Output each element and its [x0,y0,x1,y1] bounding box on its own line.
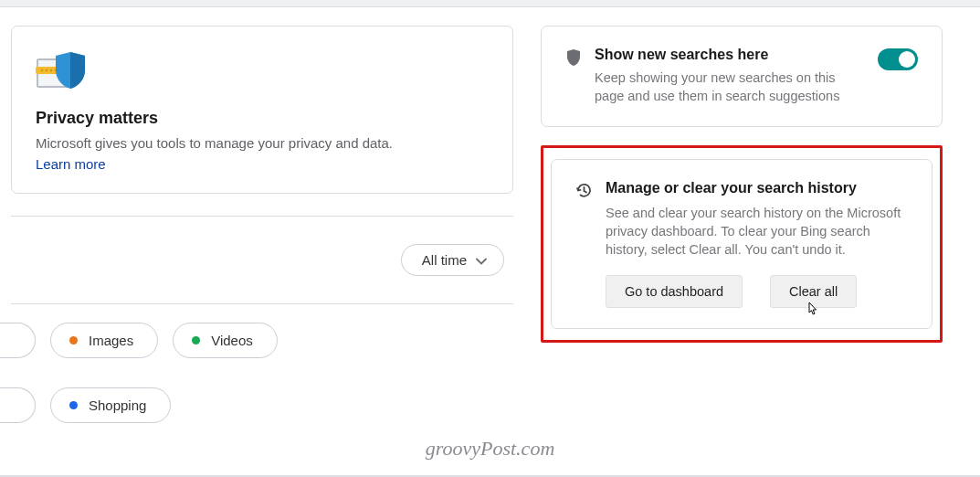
privacy-title: Privacy matters [36,109,489,128]
shield-icon [565,48,582,70]
svg-point-2 [41,69,44,72]
privacy-card: Privacy matters Microsoft gives you tool… [11,26,513,194]
chip-label: Videos [211,333,253,348]
chip-label: Images [89,333,133,348]
button-row: Go to dashboard Clear all [606,275,908,308]
dot-icon [69,336,78,344]
show-searches-body: Show new searches here Keep showing your… [595,47,865,106]
highlight-box: Manage or clear your search history See … [541,145,943,344]
show-searches-description: Keep showing your new searches on this p… [595,69,865,106]
right-column: Show new searches here Keep showing your… [541,26,943,423]
chip-partial[interactable] [0,387,36,423]
privacy-description: Microsoft gives you tools to manage your… [36,135,489,151]
manage-history-card: Manage or clear your search history See … [551,159,933,330]
go-to-dashboard-button[interactable]: Go to dashboard [606,275,743,308]
svg-point-4 [50,69,53,72]
filter-chip-row: Images Videos Shopping [11,303,513,423]
watermark: groovyPost.com [426,437,555,461]
clear-all-button[interactable]: Clear all [770,275,857,308]
privacy-shield-icon [36,47,489,96]
time-filter-row: All time [11,216,513,303]
history-icon [575,182,593,203]
chip-label: Shopping [89,398,146,413]
dot-icon [69,401,78,409]
time-filter-dropdown[interactable]: All time [401,244,504,276]
show-searches-card: Show new searches here Keep showing your… [541,26,943,127]
dot-icon [192,336,200,344]
show-searches-title: Show new searches here [595,47,865,63]
svg-point-3 [46,69,48,72]
main-container: Privacy matters Microsoft gives you tool… [0,7,980,423]
cursor-pointer-icon [805,301,819,322]
show-searches-toggle[interactable] [878,48,918,70]
top-divider [0,0,980,7]
learn-more-link[interactable]: Learn more [36,156,106,172]
chevron-down-icon [476,252,487,268]
manage-description: See and clear your search history on the… [606,204,908,260]
chip-shopping[interactable]: Shopping [50,387,171,423]
manage-title: Manage or clear your search history [606,180,908,196]
manage-body: Manage or clear your search history See … [606,180,908,309]
chip-partial[interactable] [0,323,36,358]
chip-videos[interactable]: Videos [173,323,278,358]
left-column: Privacy matters Microsoft gives you tool… [11,26,513,423]
chip-images[interactable]: Images [50,323,158,358]
time-filter-label: All time [422,252,467,268]
